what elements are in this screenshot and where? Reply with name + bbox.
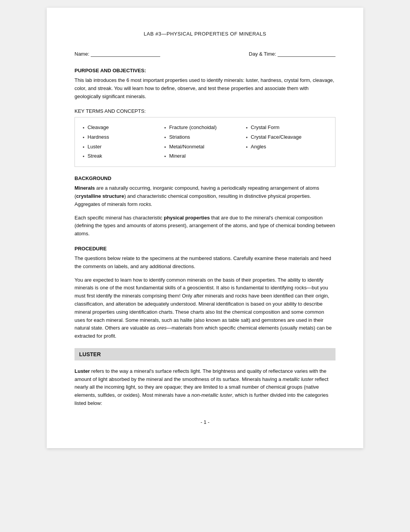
luster-bold: Luster <box>75 368 90 374</box>
name-field: Name: <box>75 51 160 57</box>
luster-section: LUSTER Luster refers to the way a minera… <box>75 348 335 408</box>
name-underline[interactable] <box>91 51 160 57</box>
list-item: Angles <box>246 142 327 152</box>
list-item: Streak <box>83 151 164 161</box>
background-para2: Each specific mineral has characteristic… <box>75 214 335 238</box>
key-terms-col-3: Crystal Form Crystal Face/Cleavage Angle… <box>246 123 327 161</box>
name-row: Name: Day & Time: <box>75 51 335 57</box>
list-item: Metal/Nonmetal <box>164 142 246 152</box>
list-item: Cleavage <box>83 123 164 133</box>
background-heading: BACKGROUND <box>75 175 335 181</box>
page-title: LAB #3—PHYSICAL PROPERTIES OF MINERALS <box>75 31 335 37</box>
rocks-italic: rocks. <box>139 201 152 207</box>
key-terms-box: Cleavage Hardness Luster Streak Fracture… <box>75 117 335 167</box>
list-item: Striations <box>164 133 246 142</box>
list-item: Crystal Form <box>246 123 327 133</box>
nonmetallic-luster-italic: non-metallic luster <box>191 392 232 398</box>
metallic-luster-italic: metallic luster <box>283 376 313 382</box>
procedure-heading: PROCEDURE <box>75 246 335 252</box>
list-item: Crystal Face/Cleavage <box>246 133 327 142</box>
purpose-heading: PURPOSE AND OBJECTIVES: <box>75 68 335 73</box>
list-item: Hardness <box>83 133 164 142</box>
purpose-section: PURPOSE AND OBJECTIVES: This lab introdu… <box>75 68 335 100</box>
physical-props-bold: physical properties <box>164 215 210 221</box>
ores-italic: ores <box>157 325 166 331</box>
key-terms-col-2: Fracture (conchoidal) Striations Metal/N… <box>164 123 246 161</box>
procedure-para1: The questions below relate to the specim… <box>75 255 335 271</box>
luster-body: Luster refers to the way a mineral's sur… <box>75 367 335 408</box>
background-section: BACKGROUND Minerals are a naturally occu… <box>75 175 335 238</box>
day-time-underline[interactable] <box>278 51 335 57</box>
procedure-section: PROCEDURE The questions below relate to … <box>75 246 335 340</box>
key-terms-label: KEY TERMS AND CONCEPTS: <box>75 108 335 114</box>
list-item: Luster <box>83 142 164 152</box>
background-para1: Minerals are a naturally occurring, inor… <box>75 184 335 208</box>
crystalline-bold: crystalline structure <box>76 193 124 199</box>
list-item: Fracture (conchoidal) <box>164 123 246 133</box>
purpose-body: This lab introduces the 6 most important… <box>75 76 335 100</box>
page-number: - 1 - <box>75 419 335 425</box>
time-field: Day & Time: <box>249 51 335 57</box>
procedure-para2: You are expected to learn how to identif… <box>75 276 335 340</box>
document-page: LAB #3—PHYSICAL PROPERTIES OF MINERALS N… <box>47 8 363 448</box>
day-time-label: Day & Time: <box>249 51 276 57</box>
name-label: Name: <box>75 51 89 57</box>
minerals-bold: Minerals <box>75 185 95 191</box>
luster-heading: LUSTER <box>75 348 335 360</box>
key-terms-col-1: Cleavage Hardness Luster Streak <box>83 123 164 161</box>
list-item: Mineral <box>164 151 246 161</box>
